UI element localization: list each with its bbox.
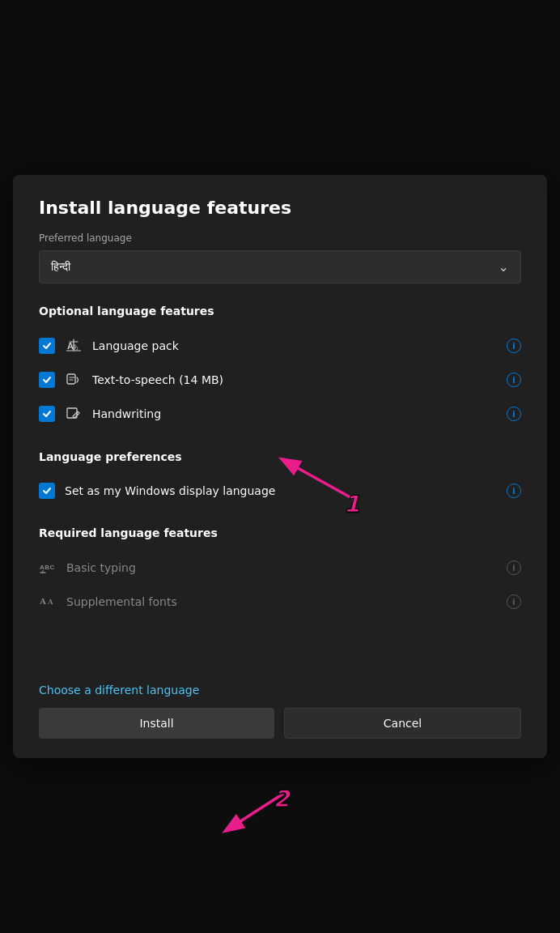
language-preferences-header: Language preferences bbox=[39, 450, 521, 463]
optional-features-header: Optional language features bbox=[39, 305, 521, 317]
dialog-button-row: Install Cancel bbox=[39, 708, 521, 739]
text-to-speech-name: Text-to-speech (14 MB) bbox=[92, 373, 497, 386]
display-language-info-icon[interactable]: i bbox=[507, 484, 521, 498]
handwriting-info-icon[interactable]: i bbox=[507, 407, 521, 421]
language-pack-info-icon[interactable]: i bbox=[507, 339, 521, 353]
text-to-speech-info-icon[interactable]: i bbox=[507, 373, 521, 387]
required-item-basic-typing: ABC Basic typing i bbox=[39, 551, 521, 585]
dialog-bottom-section: Choose a different language Install Canc… bbox=[39, 684, 521, 739]
display-language-name: Set as my Windows display language bbox=[65, 484, 497, 497]
cancel-button[interactable]: Cancel bbox=[284, 708, 521, 739]
choose-different-language-link[interactable]: Choose a different language bbox=[39, 684, 199, 697]
svg-text:A: A bbox=[48, 598, 53, 606]
supplemental-fonts-info-icon: i bbox=[507, 594, 521, 609]
required-item-supplemental-fonts: A A Supplemental fonts i bbox=[39, 585, 521, 619]
language-dropdown[interactable]: हिन्दी ⌄ bbox=[39, 250, 521, 283]
preferred-language-label: Preferred language bbox=[39, 232, 521, 244]
basic-typing-info-icon: i bbox=[507, 560, 521, 575]
selected-language-text: हिन्दी bbox=[51, 260, 70, 274]
dialog-title: Install language features bbox=[39, 198, 521, 218]
handwriting-name: Handwriting bbox=[92, 407, 497, 420]
supplemental-fonts-name: Supplemental fonts bbox=[66, 595, 497, 608]
svg-rect-2 bbox=[67, 374, 75, 384]
handwriting-checkbox[interactable] bbox=[39, 406, 55, 422]
language-pack-checkbox[interactable] bbox=[39, 338, 55, 354]
required-features-list: ABC Basic typing i A A Supplemental font… bbox=[39, 551, 521, 619]
supplemental-fonts-icon: A A bbox=[39, 593, 57, 611]
language-pack-name: Language pack bbox=[92, 339, 497, 352]
feature-item-display-language: Set as my Windows display language i bbox=[39, 475, 521, 507]
display-language-checkbox[interactable] bbox=[39, 483, 55, 499]
feature-item-handwriting: Handwriting i bbox=[39, 397, 521, 431]
svg-text:A: A bbox=[40, 596, 46, 606]
svg-text:あ: あ bbox=[72, 343, 78, 351]
install-button[interactable]: Install bbox=[39, 708, 274, 739]
optional-features-list: A あ Language pack i bbox=[39, 329, 521, 431]
basic-typing-name: Basic typing bbox=[66, 561, 497, 574]
text-to-speech-icon bbox=[65, 371, 83, 389]
required-features-header: Required language features bbox=[39, 526, 521, 539]
feature-item-text-to-speech: Text-to-speech (14 MB) i bbox=[39, 363, 521, 397]
feature-item-language-pack: A あ Language pack i bbox=[39, 329, 521, 363]
chevron-down-icon: ⌄ bbox=[498, 259, 509, 275]
basic-typing-icon: ABC bbox=[39, 559, 57, 577]
text-to-speech-checkbox[interactable] bbox=[39, 372, 55, 388]
handwriting-icon bbox=[65, 405, 83, 423]
language-pack-icon: A あ bbox=[65, 337, 83, 355]
install-language-dialog: Install language features Preferred lang… bbox=[13, 175, 547, 758]
svg-text:ABC: ABC bbox=[40, 564, 55, 571]
